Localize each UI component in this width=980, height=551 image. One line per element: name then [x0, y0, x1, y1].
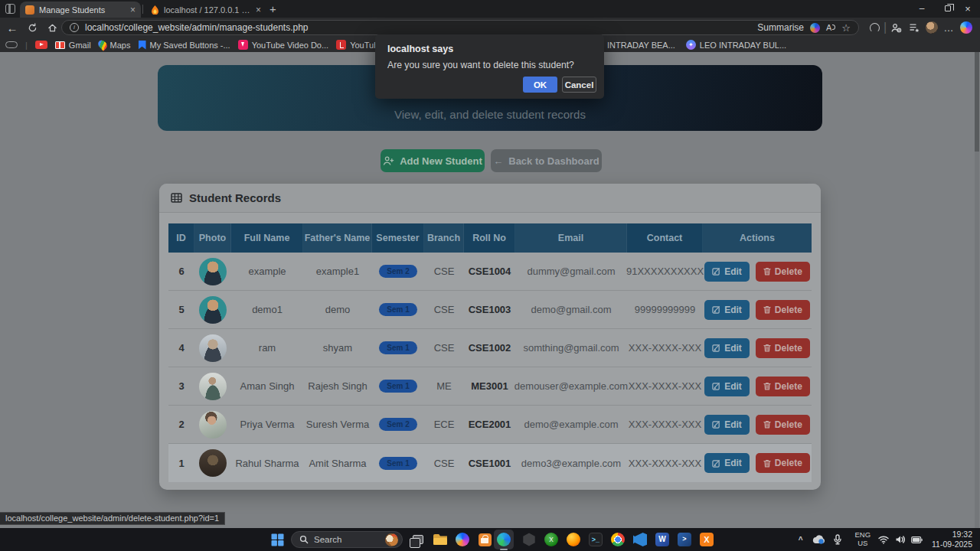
url-text[interactable]: localhost/college_website/admin/manage-s… [85, 22, 309, 33]
add-new-student-button[interactable]: Add New Student [381, 149, 485, 172]
vscode-icon[interactable] [631, 530, 649, 549]
video-download-icon [238, 40, 248, 50]
scrollbar-thumb[interactable] [975, 52, 979, 152]
page-favicon-icon [25, 5, 34, 15]
student-photo [199, 449, 227, 477]
speaker-icon[interactable] [895, 535, 905, 544]
summarise-button[interactable]: Summarise [757, 22, 804, 33]
tab-separator [142, 5, 143, 14]
start-button[interactable] [268, 530, 286, 549]
workspace-icon[interactable] [5, 4, 15, 14]
edit-button[interactable]: Edit [704, 453, 750, 473]
copilot-icon[interactable] [810, 23, 820, 33]
xampp-icon[interactable]: X [697, 530, 716, 549]
bookmarks-panel-icon[interactable] [5, 41, 18, 48]
xbox-icon[interactable] [542, 530, 560, 549]
delete-button[interactable]: Delete [756, 300, 810, 320]
store-icon[interactable] [475, 530, 494, 549]
delete-button[interactable]: Delete [756, 453, 810, 473]
wifi-icon[interactable] [878, 536, 889, 544]
bookmark-intraday[interactable]: INTRADAY BEA... [607, 41, 675, 50]
close-window-button[interactable]: × [956, 0, 980, 17]
tab-close-icon[interactable]: × [130, 5, 136, 15]
bookmark-youtube-video[interactable]: YouTube Video Do... [238, 40, 329, 50]
cell-branch: CSE [424, 444, 464, 482]
tab-phpmyadmin[interactable]: localhost / 127.0.0.1 / college_db × [145, 2, 266, 18]
cell-id: 3 [168, 367, 194, 405]
terminal-icon[interactable]: >_ [586, 530, 605, 549]
delete-button[interactable]: Delete [756, 338, 810, 358]
table-grid-icon [171, 192, 182, 204]
table-header-row: ID Photo Full Name Father's Name Semeste… [168, 223, 812, 253]
edge-icon[interactable] [495, 530, 513, 549]
clock[interactable]: 19:3211-09-2025 [932, 530, 972, 549]
back-arrow-icon: ← [493, 155, 503, 167]
col-header: Contact [627, 223, 703, 253]
student-records-card: Student Records ID Photo Full Name Fathe… [159, 184, 821, 490]
home-icon[interactable] [44, 20, 60, 35]
copilot-sidebar-icon[interactable] [959, 21, 974, 34]
microphone-icon[interactable] [833, 534, 842, 545]
battery-icon[interactable] [911, 536, 923, 543]
delete-button[interactable]: Delete [756, 415, 810, 435]
browser-essentials-icon[interactable] [867, 21, 881, 34]
cell-contact: XXX-XXXX-XXX [627, 444, 703, 482]
col-header: Actions [703, 223, 812, 253]
language-indicator[interactable]: ENGUS [854, 531, 871, 548]
chrome-icon[interactable] [609, 530, 627, 549]
bookmark-leo-intraday[interactable]: ✦LEO INTRADAY BUL... [686, 40, 786, 50]
taskbar-search-box[interactable]: Search [291, 531, 403, 548]
student-photo [199, 296, 227, 324]
word-icon[interactable]: W [653, 530, 671, 549]
bookmark-saved-buttons[interactable]: My Saved Buttons -... [139, 41, 230, 50]
table-row: 3 Aman Singh Rajesh Singh Sem 1 ME ME300… [168, 367, 812, 406]
profile-settings-icon[interactable] [889, 21, 903, 34]
delete-button[interactable]: Delete [756, 377, 810, 396]
cell-email: demouser@example.com [515, 367, 627, 405]
youtube-icon [35, 41, 47, 49]
dialog-message: Are you sure you want to delete this stu… [387, 60, 574, 70]
file-explorer-icon[interactable] [431, 530, 449, 549]
cell-name: demo1 [231, 291, 303, 328]
back-icon[interactable]: ← [5, 20, 20, 35]
col-header: Email [515, 223, 627, 253]
bookmark-gmail[interactable]: Gmail [55, 41, 91, 50]
cell-id: 2 [168, 406, 194, 443]
onedrive-icon[interactable] [812, 535, 825, 544]
edit-button[interactable]: Edit [704, 377, 750, 396]
firefox-icon[interactable] [564, 530, 583, 549]
tab-title: localhost / 127.0.0.1 / college_db [164, 5, 251, 15]
edit-button[interactable]: Edit [704, 415, 750, 435]
copilot-app-icon[interactable] [453, 530, 472, 549]
new-tab-button[interactable]: + [270, 2, 276, 15]
bookmark-youtube[interactable] [35, 41, 47, 49]
tab-close-icon[interactable]: × [256, 5, 261, 15]
student-photo [199, 411, 227, 439]
delete-button[interactable]: Delete [756, 262, 810, 282]
tray-chevron-icon[interactable]: ^ [799, 536, 803, 544]
powershell-icon[interactable]: > [675, 530, 694, 549]
tab-manage-students[interactable]: Manage Students × [20, 2, 141, 18]
minimize-button[interactable]: – [910, 0, 934, 17]
hexagon-app-icon[interactable] [520, 530, 538, 549]
task-view-icon[interactable] [409, 530, 427, 549]
back-to-dashboard-button[interactable]: ← Back to Dashboard [491, 149, 602, 172]
ok-button[interactable]: OK [523, 77, 557, 93]
edit-button[interactable]: Edit [704, 338, 750, 358]
cancel-button[interactable]: Cancel [562, 77, 596, 93]
edit-button[interactable]: Edit [704, 262, 750, 282]
site-info-icon[interactable]: i [70, 23, 79, 32]
refresh-icon[interactable] [24, 20, 40, 35]
favorite-star-icon[interactable]: ☆ [841, 22, 851, 34]
browser-menu-icon[interactable]: … [942, 21, 955, 34]
bookmark-maps[interactable]: Maps [99, 40, 131, 50]
address-bar[interactable]: i localhost/college_website/admin/manage… [61, 20, 859, 35]
edit-button[interactable]: Edit [704, 300, 750, 320]
read-aloud-icon[interactable]: A [826, 23, 835, 32]
cell-contact: XXX-XXXX-XXX [627, 329, 703, 367]
collections-icon[interactable] [907, 21, 921, 34]
table-body: 6 example example1 Sem 2 CSE CSE1004 dum… [168, 253, 812, 482]
cell-branch: ME [424, 367, 464, 405]
cell-father: Suresh Verma [303, 406, 372, 443]
profile-avatar[interactable] [924, 21, 939, 34]
